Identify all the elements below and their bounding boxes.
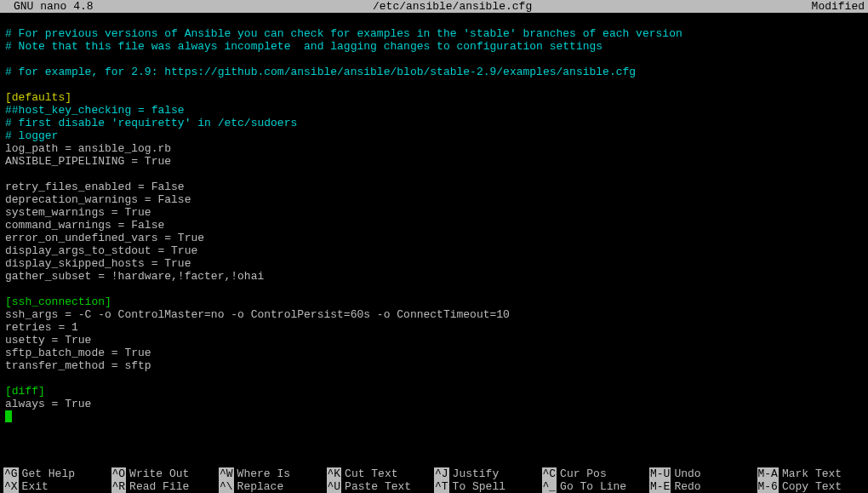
shortcut-label: Redo (674, 480, 700, 493)
shortcut-label: Replace (237, 480, 284, 493)
shortcut-key: ^X (3, 480, 19, 493)
shortcut-label: Cut Text (345, 467, 397, 480)
shortcut-item[interactable]: ^WWhere Is (219, 467, 327, 480)
app-name: GNU nano 4.8 (3, 0, 94, 13)
editor-line: [defaults] (5, 91, 863, 104)
editor-line: transfer_method = sftp (5, 359, 863, 372)
editor-line: always = True (5, 398, 863, 410)
shortcut-label: Copy Text (782, 480, 842, 493)
shortcut-label: Read File (129, 480, 189, 493)
shortcut-key: ^R (111, 480, 127, 493)
editor-line: gather_subset = !hardware,!facter,!ohai (5, 270, 863, 283)
shortcut-item[interactable]: M-UUndo (649, 467, 757, 480)
editor-line (5, 14, 863, 27)
shortcut-key: ^O (111, 467, 127, 480)
shortcut-item[interactable]: M-AMark Text (757, 467, 865, 480)
editor-line: # For previous versions of Ansible you c… (5, 27, 863, 40)
editor-line: [diff] (5, 385, 863, 398)
shortcut-label: Undo (674, 467, 700, 480)
shortcut-row-1: ^GGet Help^OWrite Out^WWhere Is^KCut Tex… (3, 467, 865, 480)
shortcut-key: M-A (757, 467, 779, 480)
shortcut-label: Justify (453, 467, 500, 480)
editor-line: log_path = ansible_log.rb (5, 142, 863, 155)
editor-line: error_on_undefined_vars = True (5, 232, 863, 244)
editor-line: retries = 1 (5, 321, 863, 334)
titlebar: GNU nano 4.8 /etc/ansible/ansible.cfg Mo… (0, 0, 868, 13)
shortcut-item[interactable]: ^GGet Help (3, 467, 111, 480)
shortcut-item[interactable]: M-ERedo (649, 480, 757, 493)
shortcut-item[interactable]: ^KCut Text (327, 467, 435, 480)
editor-line: display_skipped_hosts = True (5, 257, 863, 270)
modified-status: Modified (812, 0, 865, 13)
shortcut-key: ^T (434, 480, 449, 493)
shortcut-bar: ^GGet Help^OWrite Out^WWhere Is^KCut Tex… (0, 467, 868, 493)
editor-line: # Note that this file was always incompl… (5, 40, 863, 53)
shortcut-key: ^\ (219, 480, 234, 493)
shortcut-item[interactable]: ^OWrite Out (111, 467, 220, 480)
shortcut-key: M-6 (757, 480, 779, 493)
editor-line: deprecation_warnings = False (5, 193, 863, 206)
shortcut-item[interactable]: ^_Go To Line (542, 480, 650, 493)
shortcut-key: M-U (649, 467, 671, 480)
cursor (5, 410, 12, 422)
shortcut-key: ^J (434, 467, 449, 480)
editor-line (5, 78, 863, 91)
shortcut-item[interactable]: ^TTo Spell (434, 480, 542, 493)
editor-line: display_args_to_stdout = True (5, 244, 863, 257)
shortcut-key: ^C (542, 467, 557, 480)
editor-line: ssh_args = -C -o ControlMaster=no -o Con… (5, 308, 863, 321)
shortcut-key: ^_ (542, 480, 557, 493)
editor-line (5, 372, 863, 385)
editor-area[interactable]: # For previous versions of Ansible you c… (0, 13, 868, 427)
editor-line: # logger (5, 129, 863, 142)
editor-line: # first disable 'requiretty' in /etc/sud… (5, 117, 863, 129)
shortcut-key: ^U (327, 480, 342, 493)
editor-line: ##host_key_checking = false (5, 104, 863, 117)
shortcut-label: Go To Line (560, 480, 626, 493)
shortcut-key: ^K (327, 467, 342, 480)
shortcut-key: ^G (3, 467, 19, 480)
shortcut-label: To Spell (453, 480, 505, 493)
editor-line: retry_files_enabled = False (5, 181, 863, 193)
shortcut-item[interactable]: ^RRead File (111, 480, 220, 493)
editor-line (5, 283, 863, 295)
editor-line: [ssh_connection] (5, 295, 863, 308)
shortcut-key: M-E (649, 480, 671, 493)
editor-line (5, 168, 863, 181)
shortcut-row-2: ^XExit^RRead File^\Replace^UPaste Text^T… (3, 480, 865, 493)
editor-line: # for example, for 2.9: https://github.c… (5, 66, 863, 78)
shortcut-item[interactable]: ^CCur Pos (542, 467, 650, 480)
shortcut-label: Write Out (129, 467, 189, 480)
shortcut-item[interactable]: ^JJustify (434, 467, 542, 480)
shortcut-label: Where Is (237, 467, 290, 480)
shortcut-item[interactable]: ^\Replace (219, 480, 327, 493)
shortcut-label: Get Help (22, 467, 75, 480)
shortcut-item[interactable]: ^XExit (3, 480, 111, 493)
shortcut-key: ^W (219, 467, 234, 480)
shortcut-item[interactable]: M-6Copy Text (757, 480, 865, 493)
shortcut-label: Paste Text (345, 480, 411, 493)
shortcut-item[interactable]: ^UPaste Text (327, 480, 435, 493)
shortcut-label: Mark Text (782, 467, 842, 480)
shortcut-label: Cur Pos (560, 467, 607, 480)
editor-line: command_warnings = False (5, 219, 863, 232)
editor-line: usetty = True (5, 334, 863, 347)
shortcut-label: Exit (22, 480, 49, 493)
cursor-line (5, 410, 863, 426)
editor-line: sftp_batch_mode = True (5, 347, 863, 359)
editor-line: system_warnings = True (5, 206, 863, 219)
file-path: /etc/ansible/ansible.cfg (94, 0, 812, 13)
editor-line (5, 53, 863, 66)
editor-line: ANSIBLE_PIPELINING = True (5, 155, 863, 168)
